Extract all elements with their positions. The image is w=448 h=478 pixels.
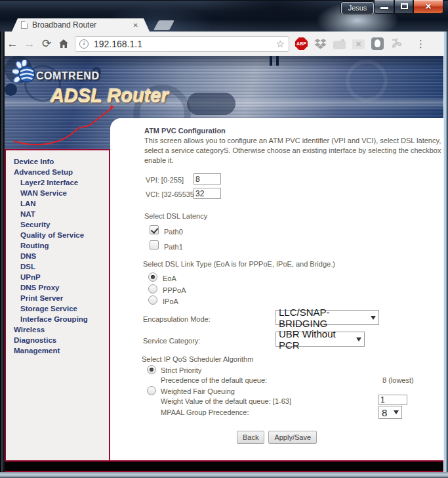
qos-title: Select IP QoS Scheduler Algorithm — [142, 355, 253, 363]
tab-favicon-icon — [21, 21, 28, 29]
link-type-title: Select DSL Link Type (EoA is for PPPoE, … — [143, 260, 335, 268]
browser-menu-icon[interactable]: ⋮ — [416, 37, 426, 50]
back-icon[interactable]: ← — [4, 37, 21, 51]
screenshot-extension-icon[interactable] — [333, 41, 346, 49]
close-button[interactable]: ✕ — [413, 0, 443, 14]
strict-priority-radio[interactable] — [147, 365, 156, 374]
page-title: ATM PVC Configuration — [144, 127, 226, 135]
brand-name: COMTREND — [36, 70, 99, 82]
apply-save-button[interactable]: Apply/Save — [268, 431, 317, 444]
bookmark-star-icon[interactable]: ☆ — [276, 38, 285, 50]
banner-antenna — [270, 56, 272, 66]
page-description-line: select a service categoryS. Otherwise ch… — [144, 146, 448, 154]
sidebar-item-upnp[interactable]: UPnP — [6, 272, 109, 282]
pppoa-label: PPPoA — [163, 286, 186, 294]
product-name: ADSL Router — [51, 85, 169, 106]
address-bar[interactable]: i 192.168.1.1 ☆ — [75, 36, 289, 52]
sidebar-item-wireless[interactable]: Wireless — [6, 324, 109, 335]
maximize-button[interactable] — [394, 0, 413, 14]
home-icon[interactable] — [55, 39, 72, 49]
weight-value-label: Weight Value of the default queue: [1-63… — [161, 397, 291, 405]
sidebar-item-security[interactable]: Security — [6, 219, 109, 230]
window-frame-right — [443, 32, 448, 478]
disabled-extension-icon[interactable]: ✕ — [352, 39, 365, 49]
sidebar-item-quality-of-service[interactable]: Quality of Service — [6, 230, 109, 240]
browser-tab[interactable]: Broadband Router ✕ — [12, 18, 150, 32]
extensions-row: ABP ✕ ⋮ — [295, 37, 431, 50]
weight-value-input[interactable] — [378, 395, 407, 405]
path1-checkbox[interactable] — [150, 240, 159, 250]
banner-blob — [187, 93, 235, 115]
precedence-label: Precedence of the default queue: — [161, 376, 267, 384]
dsl-latency-title: Select DSL Latency — [144, 212, 207, 220]
sidebar-item-advanced-setup[interactable]: Advanced Setup — [6, 167, 109, 177]
chevron-down-icon — [394, 410, 399, 414]
mpaal-value: 8 — [382, 407, 387, 418]
tab-close-icon[interactable]: ✕ — [131, 20, 140, 30]
sidebar-item-dns-proxy[interactable]: DNS Proxy — [6, 282, 109, 293]
strict-priority-label: Strict Priority — [161, 366, 201, 374]
encapsulation-value: LLC/SNAP-BRIDGING — [279, 307, 371, 329]
path1-label: Path1 — [164, 243, 183, 251]
page-description-line: This screen allows you to configure an A… — [144, 137, 441, 144]
sidebar-item-diagnostics[interactable]: Diagnostics — [6, 335, 109, 345]
sidebar-item-wan-service[interactable]: WAN Service — [6, 188, 109, 198]
encapsulation-select[interactable]: LLC/SNAP-BRIDGING — [275, 310, 379, 325]
mpaal-select[interactable]: 8 — [378, 406, 402, 419]
mpaal-label: MPAAL Group Precedence: — [161, 408, 249, 416]
sidebar-item-storage-service[interactable]: Storage Service — [6, 303, 109, 314]
service-category-label: Service Category: — [143, 337, 200, 345]
eoa-label: EoA — [163, 274, 176, 282]
reload-icon[interactable]: ⟳ — [38, 37, 55, 51]
back-button[interactable]: Back — [237, 431, 264, 444]
sidebar-item-dsl[interactable]: DSL — [6, 261, 109, 272]
close-icon: ✕ — [425, 2, 432, 11]
sidebar-item-routing[interactable]: Routing — [6, 240, 109, 251]
window-frame-left — [0, 32, 5, 478]
vpi-label: VPI: [0-255] — [146, 176, 184, 184]
window-controls: ✕ — [374, 0, 443, 14]
weighted-fair-queuing-radio[interactable] — [147, 386, 156, 395]
profile-button[interactable]: Jesus — [341, 2, 374, 14]
vci-input[interactable] — [193, 188, 221, 199]
ipoa-radio[interactable] — [148, 295, 157, 305]
url-text[interactable]: 192.168.1.1 — [94, 39, 276, 49]
vci-label: VCI: [32-65535] — [146, 190, 196, 198]
sidebar-item-management[interactable]: Management — [6, 345, 109, 356]
sidebar-item-lan[interactable]: LAN — [6, 198, 109, 209]
pppoa-radio[interactable] — [148, 284, 157, 293]
path0-label: Path0 — [164, 228, 183, 236]
banner-antenna — [276, 56, 279, 66]
eoa-radio[interactable] — [148, 272, 157, 282]
ipoa-label: IPoA — [163, 297, 178, 305]
precedence-value: 8 (lowest) — [382, 376, 414, 384]
page-footer — [5, 460, 443, 472]
minimize-icon — [380, 7, 388, 9]
ghostery-icon[interactable] — [371, 37, 384, 50]
sidebar-item-device-info[interactable]: Device Info — [6, 156, 109, 167]
page-description-line: enable it. — [144, 156, 174, 164]
minimize-button[interactable] — [374, 0, 394, 14]
sidebar-item-nat[interactable]: NAT — [6, 209, 109, 219]
service-category-select[interactable]: UBR Without PCR — [275, 332, 365, 347]
path0-checkbox[interactable] — [150, 225, 159, 234]
sidebar-item-interface-grouping[interactable]: Interface Grouping — [6, 314, 109, 324]
forward-icon[interactable]: → — [21, 37, 38, 51]
vpi-input[interactable] — [193, 173, 221, 185]
encapsulation-label: Encapsulation Mode: — [143, 315, 211, 323]
chevron-down-icon — [371, 316, 376, 320]
weighted-fair-queuing-label: Weighted Fair Queuing — [161, 387, 235, 395]
browser-toolbar: ← → ⟳ i 192.168.1.1 ☆ ABP ✕ ⋮ — [0, 32, 448, 56]
sidebar-item-dns[interactable]: DNS — [6, 251, 109, 261]
info-icon[interactable]: i — [79, 39, 89, 49]
maximize-icon — [401, 3, 408, 9]
sidebar-item-layer2-interface[interactable]: Layer2 Interface — [6, 177, 109, 188]
adblock-plus-icon[interactable]: ABP — [295, 37, 308, 50]
pdf-viewer-icon[interactable] — [390, 37, 403, 50]
service-category-value: UBR Without PCR — [279, 328, 356, 351]
comtrend-logo-icon — [12, 60, 39, 89]
dropbox-icon[interactable] — [314, 37, 327, 50]
browser-window: Jesus ✕ Broadband Router ✕ ← → ⟳ i 192.1… — [0, 0, 448, 478]
sidebar-item-print-server[interactable]: Print Server — [6, 293, 109, 303]
form-buttons: Back Apply/Save — [110, 431, 443, 444]
